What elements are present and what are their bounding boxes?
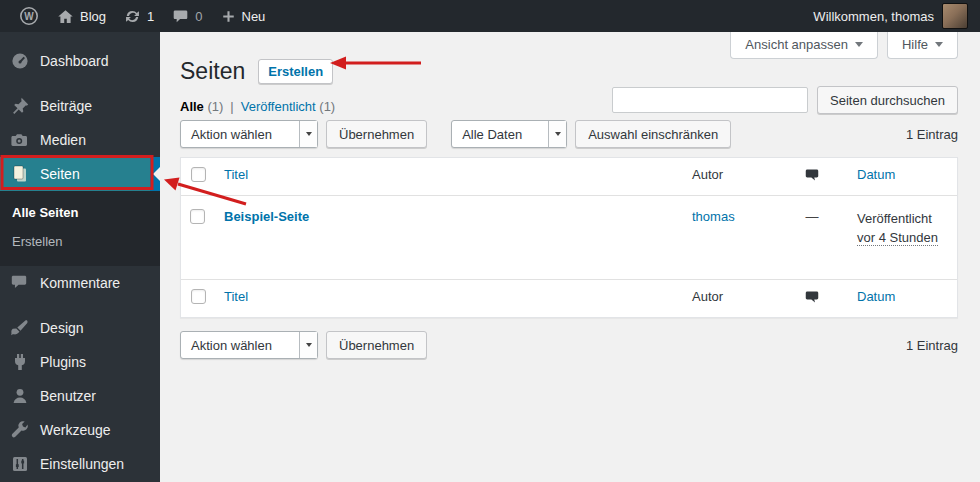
submenu-item-add-new[interactable]: Erstellen	[0, 227, 160, 256]
comments-menu[interactable]: 0	[163, 0, 211, 32]
welcome-label: Willkommen, thomas	[813, 9, 934, 24]
admin-menu: Dashboard Beiträge Medien Seiten Alle Se…	[0, 32, 160, 482]
bulk-action-select-bottom[interactable]: Aktion wählen	[180, 331, 318, 359]
dashboard-icon	[10, 51, 30, 71]
apply-button-bottom[interactable]: Übernehmen	[326, 331, 427, 359]
date-filter-select[interactable]: Alle Daten	[451, 120, 567, 148]
select-caret-icon	[299, 332, 317, 358]
wordpress-logo-icon: W	[19, 6, 39, 26]
avatar	[942, 3, 968, 29]
row-author-link[interactable]: thomas	[692, 209, 735, 224]
comments-column-icon	[804, 167, 820, 183]
wordpress-logo-menu[interactable]: W	[10, 0, 48, 32]
apply-button[interactable]: Übernehmen	[326, 120, 427, 148]
account-menu[interactable]: Willkommen, thomas	[813, 3, 968, 29]
sidebar-item-label: Seiten	[40, 166, 80, 182]
table-footer-row: Titel Autor Datum	[181, 279, 957, 317]
pages-submenu: Alle Seiten Erstellen	[0, 191, 160, 266]
column-date[interactable]: Datum	[847, 280, 957, 313]
sidebar-item-label: Design	[40, 320, 84, 336]
sidebar-item-tools[interactable]: Werkzeuge	[0, 413, 160, 447]
sidebar-item-plugins[interactable]: Plugins	[0, 345, 160, 379]
comment-count: 0	[195, 9, 202, 24]
add-new-page-button[interactable]: Erstellen	[258, 59, 333, 84]
column-title[interactable]: Titel	[214, 280, 682, 313]
search-input[interactable]	[612, 87, 808, 113]
view-separator: |	[230, 99, 233, 114]
row-date-cell: Veröffentlicht vor 4 Stunden	[847, 196, 957, 279]
sidebar-item-appearance[interactable]: Design	[0, 311, 160, 345]
column-date[interactable]: Datum	[847, 158, 957, 191]
sidebar-item-label: Beiträge	[40, 98, 92, 114]
media-icon	[10, 130, 30, 150]
page-row-title-link[interactable]: Beispiel-Seite	[224, 209, 309, 224]
bulk-action-value: Aktion wählen	[181, 338, 299, 353]
update-count: 1	[147, 9, 154, 24]
sidebar-item-label: Kommentare	[40, 275, 120, 291]
new-content-menu[interactable]: Neu	[212, 0, 275, 32]
row-date-status: Veröffentlicht	[857, 211, 932, 226]
help-tab[interactable]: Hilfe	[887, 32, 958, 59]
sidebar-item-label: Benutzer	[40, 388, 96, 404]
tablenav-bottom: Aktion wählen Übernehmen 1 Eintrag	[180, 331, 958, 359]
comments-column-icon	[804, 289, 820, 305]
column-author: Autor	[682, 158, 777, 191]
sidebar-item-dashboard[interactable]: Dashboard	[0, 44, 160, 78]
sidebar-item-label: Werkzeuge	[40, 422, 111, 438]
menu-separator	[0, 300, 160, 311]
filter-button[interactable]: Auswahl einschränken	[575, 120, 731, 148]
updates-menu[interactable]: 1	[115, 0, 163, 32]
chevron-down-icon	[855, 42, 863, 47]
settings-icon	[10, 454, 30, 474]
site-name-label: Blog	[80, 9, 106, 24]
chevron-down-icon	[935, 42, 943, 47]
select-caret-icon	[299, 121, 317, 147]
bulk-action-select[interactable]: Aktion wählen	[180, 120, 318, 148]
view-all-link[interactable]: Alle (1)	[180, 99, 223, 114]
sidebar-item-pages[interactable]: Seiten	[0, 157, 160, 191]
sidebar-item-comments[interactable]: Kommentare	[0, 266, 160, 300]
page-title: Seiten	[180, 57, 245, 86]
table-header-row: Titel Autor Datum	[181, 158, 957, 196]
select-all-checkbox[interactable]	[191, 167, 206, 182]
new-label: Neu	[242, 9, 266, 24]
items-count-bottom: 1 Eintrag	[906, 338, 958, 353]
row-select-cell	[181, 196, 214, 259]
column-title[interactable]: Titel	[214, 158, 682, 191]
site-name-menu[interactable]: Blog	[48, 0, 115, 32]
plugin-icon	[10, 352, 30, 372]
tablenav-top: Aktion wählen Übernehmen Alle Daten Ausw…	[180, 120, 958, 148]
update-icon	[124, 8, 141, 25]
select-all-checkbox-bottom[interactable]	[191, 289, 206, 304]
pin-icon	[10, 96, 30, 116]
comment-bubble-icon	[172, 8, 189, 25]
sidebar-item-settings[interactable]: Einstellungen	[0, 447, 160, 481]
main-content: Ansicht anpassen Hilfe Seiten Erstellen …	[160, 32, 980, 482]
search-pages-button[interactable]: Seiten durchsuchen	[817, 86, 958, 114]
comments-icon	[10, 273, 30, 293]
help-label: Hilfe	[902, 37, 928, 52]
submenu-item-all-pages[interactable]: Alle Seiten	[0, 198, 160, 227]
sidebar-item-media[interactable]: Medien	[0, 123, 160, 157]
wrench-icon	[10, 420, 30, 440]
row-checkbox[interactable]	[190, 209, 205, 224]
column-comments[interactable]	[777, 280, 847, 317]
sidebar-item-posts[interactable]: Beiträge	[0, 89, 160, 123]
column-comments[interactable]	[777, 158, 847, 195]
user-icon	[10, 386, 30, 406]
select-all-cell	[181, 280, 214, 316]
sidebar-item-label: Dashboard	[40, 53, 109, 69]
svg-text:W: W	[24, 11, 34, 22]
table-row: Beispiel-Seite thomas — Veröffentlicht v…	[181, 196, 957, 279]
menu-separator	[0, 78, 160, 89]
pages-icon	[10, 164, 30, 184]
sidebar-item-users[interactable]: Benutzer	[0, 379, 160, 413]
bulk-action-value: Aktion wählen	[181, 127, 299, 142]
row-date-relative: vor 4 Stunden	[857, 230, 938, 246]
sidebar-item-label: Einstellungen	[40, 456, 124, 472]
search-box: Seiten durchsuchen	[612, 86, 958, 114]
screen-meta-links: Ansicht anpassen Hilfe	[730, 32, 958, 59]
screen-options-tab[interactable]: Ansicht anpassen	[730, 32, 878, 59]
brush-icon	[10, 318, 30, 338]
view-published-link[interactable]: Veröffentlicht (1)	[241, 99, 335, 114]
